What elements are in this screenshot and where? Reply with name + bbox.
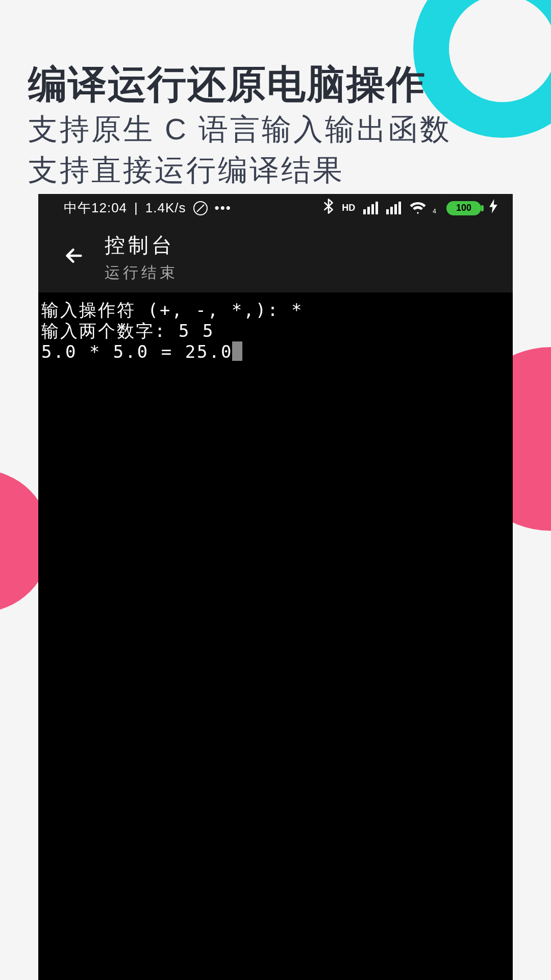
signal-bars-icon-1: [363, 202, 378, 214]
status-separator: |: [134, 200, 138, 216]
app-bar-title: 控制台: [105, 231, 178, 259]
status-time: 中午12:04: [64, 199, 127, 217]
console-line-3: 5.0 * 5.0 = 25.0: [41, 341, 233, 362]
more-dots-icon: •••: [215, 200, 232, 216]
console-line-2: 输入两个数字: 5 5: [41, 321, 214, 341]
bluetooth-icon: [323, 199, 334, 217]
wifi-sub-label: 4: [433, 208, 436, 215]
compass-icon: [193, 201, 208, 215]
app-bar-subtitle: 运行结束: [105, 262, 178, 283]
app-bar: 控制台 运行结束: [38, 222, 513, 292]
console-output: 输入操作符 (+, -, *,): * 输入两个数字: 5 5 5.0 * 5.…: [38, 292, 513, 369]
phone-screenshot: 中午12:04 | 1.4K/s ••• HD 4 100: [38, 194, 513, 980]
app-bar-titles: 控制台 运行结束: [105, 231, 178, 283]
promo-subheading-1: 支持原生 C 语言输入输出函数: [28, 110, 452, 150]
signal-bars-icon-2: [386, 202, 401, 214]
status-bar: 中午12:04 | 1.4K/s ••• HD 4 100: [38, 194, 513, 222]
hd-icon: HD: [342, 203, 355, 213]
status-network-speed: 1.4K/s: [145, 200, 186, 216]
status-left: 中午12:04 | 1.4K/s •••: [64, 199, 232, 217]
battery-icon: 100: [446, 201, 481, 215]
status-right: HD 4 100: [323, 199, 497, 217]
promo-heading: 编译运行还原电脑操作: [28, 59, 426, 111]
back-arrow-icon[interactable]: [64, 246, 84, 270]
charging-bolt-icon: [489, 199, 497, 217]
cursor-block: [232, 341, 242, 361]
promo-subheading-2: 支持直接运行编译结果: [28, 151, 344, 190]
wifi-icon: [409, 202, 427, 215]
console-line-1: 输入操作符 (+, -, *,): *: [41, 300, 304, 320]
battery-level: 100: [456, 203, 471, 213]
